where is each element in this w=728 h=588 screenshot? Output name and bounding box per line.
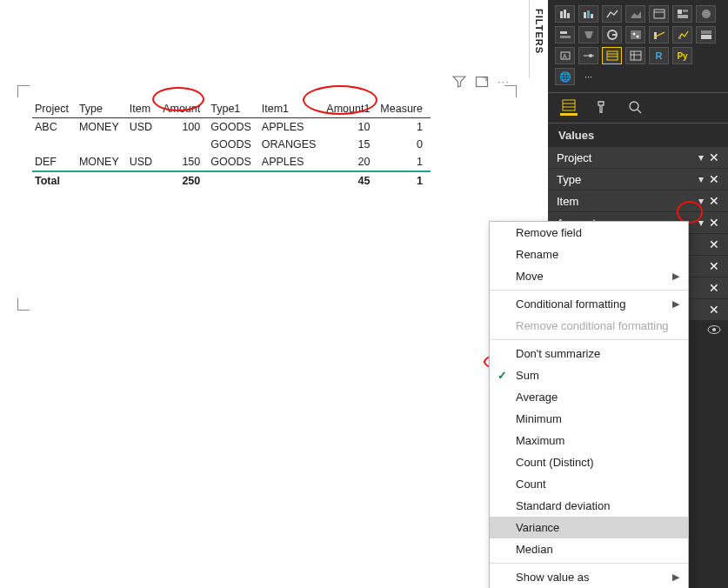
menu-variance[interactable]: Variance (490, 517, 688, 538)
remove-field-icon[interactable]: ✕ (705, 216, 723, 230)
menu-average[interactable]: Average (490, 386, 688, 408)
svg-rect-4 (584, 12, 586, 18)
submenu-arrow-icon: ▶ (672, 298, 679, 310)
svg-rect-7 (654, 10, 665, 18)
col-measure[interactable]: Measure (377, 100, 431, 118)
menu-label: Move (516, 270, 544, 283)
field-well-item[interactable]: Item ▾ ✕ (548, 190, 728, 212)
chevron-down-icon[interactable]: ▾ (697, 217, 705, 229)
menu-count[interactable]: Count (490, 473, 688, 495)
viz-chip[interactable] (578, 26, 598, 43)
menu-show-value-as[interactable]: Show value as▶ (490, 566, 688, 588)
col-type[interactable]: Type (77, 100, 127, 118)
svg-rect-3 (567, 13, 570, 18)
svg-rect-5 (587, 10, 590, 18)
viz-chip[interactable]: A (555, 47, 575, 64)
r-script-viz-chip[interactable]: R (649, 47, 669, 64)
cell: ABC (32, 118, 77, 137)
viz-chip[interactable] (649, 26, 669, 43)
viz-chip[interactable] (602, 5, 622, 23)
chevron-down-icon[interactable]: ▾ (697, 195, 705, 207)
viz-chip[interactable] (602, 26, 622, 43)
menu-median[interactable]: Median (490, 538, 688, 560)
more-viz-icon[interactable]: ··· (578, 68, 598, 85)
fields-tab-icon[interactable] (560, 98, 578, 116)
chevron-down-icon[interactable]: ▾ (697, 151, 705, 164)
selection-handle-tl[interactable] (17, 85, 30, 97)
viz-chip[interactable] (578, 47, 598, 64)
format-tab-icon[interactable] (593, 98, 611, 116)
cell: 20 (324, 153, 377, 171)
menu-standard-deviation[interactable]: Standard deviation (490, 495, 688, 517)
python-viz-chip[interactable]: Py (672, 47, 692, 64)
col-amount1[interactable]: Amount1 (324, 100, 377, 118)
remove-field-icon[interactable]: ✕ (705, 303, 723, 317)
col-item1[interactable]: Item1 (259, 100, 324, 118)
analytics-tab-icon[interactable] (626, 98, 644, 116)
menu-rename[interactable]: Rename (490, 244, 688, 265)
remove-field-icon[interactable]: ✕ (705, 281, 723, 295)
selection-handle-tr[interactable] (504, 85, 517, 97)
cell: 15 (324, 136, 377, 153)
col-project[interactable]: Project (32, 100, 77, 118)
viz-chip[interactable] (625, 26, 645, 43)
svg-rect-33 (563, 100, 575, 110)
menu-dont-summarize[interactable]: Don't summarize (490, 343, 688, 364)
menu-label: Conditional formatting (516, 297, 625, 311)
table-row: DEF MONEY USD 150 GOODS APPLES 20 1 (32, 153, 431, 171)
total-measure: 1 (377, 171, 431, 190)
viz-chip[interactable] (625, 5, 645, 23)
focus-mode-icon[interactable] (475, 75, 489, 91)
col-item[interactable]: Item (127, 100, 160, 118)
menu-label: Show value as (516, 571, 590, 584)
cell (127, 136, 160, 153)
selection-handle-bl[interactable] (17, 298, 30, 311)
filters-rail[interactable]: FILTERS (529, 0, 548, 78)
chevron-down-icon[interactable]: ▾ (697, 173, 705, 185)
filter-icon[interactable] (452, 75, 466, 91)
menu-move[interactable]: Move▶ (490, 265, 688, 287)
viz-chip[interactable] (696, 26, 716, 43)
visual-header: ··· (452, 75, 531, 91)
report-canvas[interactable]: FILTERS ··· Project Type Item Amount Typ… (0, 0, 548, 588)
svg-rect-10 (683, 10, 688, 12)
viz-chip[interactable] (578, 5, 598, 23)
table-visual-frame[interactable]: Project Type Item Amount Type1 Item1 Amo… (23, 91, 511, 304)
viz-chip[interactable] (696, 5, 716, 23)
remove-field-icon[interactable]: ✕ (705, 194, 723, 208)
field-well-project[interactable]: Project ▾ ✕ (548, 147, 728, 169)
menu-count-distinct[interactable]: Count (Distinct) (490, 451, 688, 473)
menu-conditional-formatting[interactable]: Conditional formatting▶ (490, 293, 688, 315)
cell (160, 136, 208, 153)
cell: ORANGES (259, 136, 324, 153)
viz-chip[interactable] (555, 5, 575, 23)
menu-maximum[interactable]: Maximum (490, 430, 688, 451)
cell: 1 (377, 118, 431, 137)
data-table: Project Type Item Amount Type1 Item1 Amo… (32, 100, 431, 190)
viz-chip[interactable] (625, 47, 645, 64)
menu-minimum[interactable]: Minimum (490, 408, 688, 430)
viz-pane-tabs (548, 92, 728, 124)
viz-chip[interactable] (672, 26, 692, 43)
viz-chip[interactable] (672, 5, 692, 23)
remove-field-icon[interactable]: ✕ (705, 150, 723, 164)
remove-field-icon[interactable]: ✕ (705, 259, 723, 273)
svg-line-37 (638, 110, 641, 113)
menu-remove-field[interactable]: Remove field (490, 222, 688, 244)
viz-chip[interactable] (649, 5, 669, 23)
svg-point-36 (630, 102, 638, 110)
svg-rect-21 (701, 30, 711, 34)
col-type1[interactable]: Type1 (208, 100, 259, 118)
viz-chip[interactable] (555, 26, 575, 43)
total-label: Total (32, 171, 77, 190)
field-well-type[interactable]: Type ▾ ✕ (548, 169, 728, 190)
svg-rect-16 (631, 30, 641, 39)
table-viz-chip-selected[interactable] (602, 47, 622, 64)
arcgis-viz-chip[interactable]: 🌐 (555, 68, 575, 85)
field-well-label: Item (557, 195, 697, 208)
remove-field-icon[interactable]: ✕ (705, 237, 723, 251)
col-amount[interactable]: Amount (160, 100, 208, 118)
remove-field-icon[interactable]: ✕ (705, 172, 723, 186)
viz-gallery: A R Py 🌐 ··· (548, 0, 728, 92)
menu-sum[interactable]: Sum (490, 364, 688, 386)
